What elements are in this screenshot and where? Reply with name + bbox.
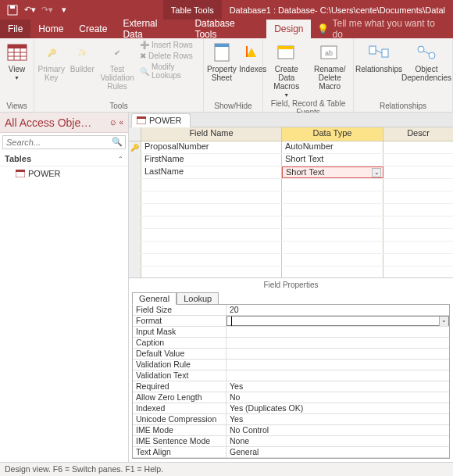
data-type-cell[interactable] <box>282 191 383 203</box>
modify-lookups-button[interactable]: 🔍Modify Lookups <box>138 62 200 81</box>
property-value[interactable]: Yes <box>226 381 449 392</box>
row-selector[interactable] <box>129 204 141 216</box>
property-value[interactable] <box>226 370 449 381</box>
property-value[interactable]: None <box>226 436 449 446</box>
insert-rows-button[interactable]: ➕Insert Rows <box>138 40 200 50</box>
field-name-cell[interactable] <box>141 229 282 241</box>
field-name-cell[interactable] <box>141 204 282 216</box>
table-row[interactable] <box>129 267 453 278</box>
menu-database-tools[interactable]: Database Tools <box>187 20 266 38</box>
description-cell[interactable] <box>383 179 453 191</box>
tab-lookup[interactable]: Lookup <box>177 292 219 305</box>
builder-button[interactable]: ✨Builder <box>68 40 95 73</box>
tab-power[interactable]: POWER <box>131 113 191 127</box>
search-input[interactable] <box>2 135 126 149</box>
nav-search[interactable]: 🔍 <box>2 135 126 149</box>
description-cell[interactable] <box>383 217 453 228</box>
qat-customize-icon[interactable]: ▾ <box>56 2 72 18</box>
table-row[interactable]: LastNameShort Text⌄ <box>129 166 453 179</box>
description-cell[interactable] <box>383 166 453 178</box>
object-dependencies-button[interactable]: Object Dependencies <box>404 40 449 82</box>
property-value[interactable] <box>226 338 449 348</box>
description-cell[interactable] <box>383 254 453 266</box>
property-value[interactable]: No Control <box>226 425 449 435</box>
property-row[interactable]: Default Value <box>133 349 449 360</box>
view-button[interactable]: View ▼ <box>3 40 30 81</box>
field-name-cell[interactable]: ProposalNumber <box>141 141 282 153</box>
row-selector[interactable]: 🔑 <box>129 141 141 153</box>
row-selector[interactable] <box>129 217 141 228</box>
redo-icon[interactable]: ↷▾ <box>39 2 55 18</box>
description-cell[interactable] <box>383 141 453 153</box>
description-cell[interactable] <box>383 267 453 278</box>
property-value[interactable]: 20 <box>226 305 449 315</box>
field-name-cell[interactable]: FirstName <box>141 154 282 166</box>
property-row[interactable]: Validation Text <box>133 370 449 381</box>
field-name-cell[interactable]: LastName <box>141 166 282 178</box>
row-selector[interactable] <box>129 166 141 178</box>
property-row[interactable]: Text AlignGeneral <box>133 447 449 458</box>
property-row[interactable]: Validation Rule <box>133 360 449 370</box>
menu-design[interactable]: Design <box>266 20 311 38</box>
data-type-cell[interactable] <box>282 179 383 191</box>
property-row[interactable]: IME Sentence ModeNone <box>133 436 449 447</box>
property-row[interactable]: Field Size20 <box>133 305 449 316</box>
row-selector[interactable] <box>129 254 141 266</box>
menu-home[interactable]: Home <box>30 20 71 38</box>
dropdown-icon[interactable]: ⌄ <box>439 317 448 326</box>
table-row[interactable]: FirstNameShort Text <box>129 154 453 166</box>
tell-me-search[interactable]: 💡Tell me what you want to do <box>311 20 453 38</box>
field-name-cell[interactable] <box>141 267 282 278</box>
table-row[interactable] <box>129 204 453 217</box>
table-row[interactable]: 🔑ProposalNumberAutoNumber <box>129 141 453 154</box>
primary-key-button[interactable]: 🔑Primary Key <box>37 40 65 82</box>
col-field-name[interactable]: Field Name <box>141 127 282 141</box>
data-type-cell[interactable] <box>282 217 383 228</box>
row-selector-header[interactable] <box>129 127 141 141</box>
description-cell[interactable] <box>383 204 453 216</box>
table-row[interactable] <box>129 179 453 191</box>
property-value[interactable]: General <box>226 447 449 457</box>
data-type-cell[interactable]: Short Text⌄ <box>282 166 383 178</box>
test-validation-button[interactable]: ✔Test Validation Rules <box>99 40 135 91</box>
row-selector[interactable] <box>129 154 141 166</box>
description-cell[interactable] <box>383 154 453 166</box>
design-grid[interactable]: Field Name Data Type Descr 🔑ProposalNumb… <box>129 127 453 278</box>
description-cell[interactable] <box>383 242 453 253</box>
property-value[interactable]: ⌄ <box>226 316 449 326</box>
row-selector[interactable] <box>129 229 141 241</box>
property-row[interactable]: IndexedYes (Duplicates OK) <box>133 403 449 414</box>
menu-external-data[interactable]: External Data <box>115 20 187 38</box>
data-type-cell[interactable] <box>282 267 383 278</box>
description-cell[interactable] <box>383 229 453 241</box>
collapse-icon[interactable]: « <box>119 118 123 127</box>
property-value[interactable] <box>226 360 449 370</box>
data-type-cell[interactable] <box>282 254 383 266</box>
data-type-cell[interactable] <box>282 242 383 253</box>
menu-create[interactable]: Create <box>71 20 115 38</box>
row-selector[interactable] <box>129 191 141 203</box>
table-row[interactable] <box>129 217 453 229</box>
table-row[interactable] <box>129 242 453 254</box>
nav-group-tables[interactable]: Tables ⌃ <box>0 152 128 166</box>
data-type-cell[interactable]: Short Text <box>282 154 383 166</box>
property-grid[interactable]: Field Size20Format⌄Input MaskCaptionDefa… <box>132 304 450 459</box>
property-value[interactable]: Yes (Duplicates OK) <box>226 403 449 413</box>
property-row[interactable]: Input Mask <box>133 327 449 338</box>
data-type-cell[interactable]: AutoNumber <box>282 141 383 153</box>
undo-icon[interactable]: ↶▾ <box>22 2 37 18</box>
relationships-button[interactable]: Relationships <box>357 40 401 73</box>
row-selector[interactable] <box>129 242 141 253</box>
create-data-macros-button[interactable]: Create Data Macros▼ <box>266 40 307 98</box>
field-name-cell[interactable] <box>141 191 282 203</box>
property-row[interactable]: Format⌄ <box>133 316 449 327</box>
table-row[interactable] <box>129 254 453 267</box>
menu-file[interactable]: File <box>0 20 30 38</box>
property-value[interactable]: Yes <box>226 414 449 424</box>
property-row[interactable]: Caption <box>133 338 449 349</box>
property-row[interactable]: Unicode CompressionYes <box>133 414 449 425</box>
property-row[interactable]: IME ModeNo Control <box>133 425 449 436</box>
field-name-cell[interactable] <box>141 242 282 253</box>
property-row[interactable]: Allow Zero LengthNo <box>133 392 449 403</box>
property-row[interactable]: RequiredYes <box>133 381 449 392</box>
